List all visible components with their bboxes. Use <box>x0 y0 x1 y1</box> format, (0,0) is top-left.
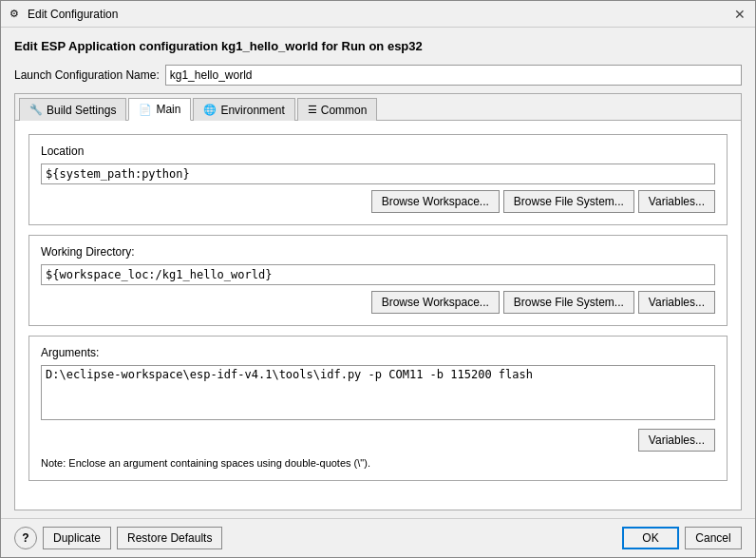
dialog-footer: ? Duplicate Restore Defaults OK Cancel <box>1 518 755 557</box>
location-variables-button[interactable]: Variables... <box>638 190 715 213</box>
working-directory-button-row: Browse Workspace... Browse File System..… <box>41 291 715 314</box>
tab-build-settings-label: Build Settings <box>47 104 116 117</box>
cancel-button[interactable]: Cancel <box>685 527 742 549</box>
location-browse-filesystem-button[interactable]: Browse File System... <box>503 190 634 213</box>
tab-environment[interactable]: 🌐 Environment <box>193 98 294 121</box>
tab-environment-label: Environment <box>220 104 284 117</box>
arguments-button-row: Variables... <box>41 429 715 452</box>
tab-common[interactable]: ☰ Common <box>297 98 378 121</box>
tab-content-main: Location Browse Workspace... Browse File… <box>15 121 741 510</box>
tabs-container: 🔧 Build Settings 📄 Main 🌐 Environment ☰ … <box>14 93 742 510</box>
arguments-textarea[interactable]: D:\eclipse-workspace\esp-idf-v4.1\tools\… <box>41 365 715 420</box>
common-icon: ☰ <box>308 104 317 116</box>
working-directory-variables-button[interactable]: Variables... <box>638 291 715 314</box>
arguments-scrollbar-area: D:\eclipse-workspace\esp-idf-v4.1\tools\… <box>41 365 715 423</box>
build-settings-icon: 🔧 <box>29 104 43 116</box>
dialog-icon: ⚙ <box>7 7 22 22</box>
launch-config-input[interactable] <box>165 65 742 86</box>
arguments-variables-button[interactable]: Variables... <box>638 429 715 452</box>
location-browse-workspace-button[interactable]: Browse Workspace... <box>371 190 500 213</box>
tab-main[interactable]: 📄 Main <box>128 98 191 121</box>
working-directory-label: Working Directory: <box>41 245 715 259</box>
tab-main-label: Main <box>156 103 180 116</box>
duplicate-button[interactable]: Duplicate <box>43 527 111 549</box>
main-icon: 📄 <box>139 104 152 116</box>
working-directory-input[interactable] <box>41 264 715 285</box>
title-bar-text: Edit Configuration <box>28 8 730 21</box>
launch-config-label: Launch Configuration Name: <box>14 68 160 82</box>
ok-button[interactable]: OK <box>622 527 679 549</box>
tab-build-settings[interactable]: 🔧 Build Settings <box>19 98 126 121</box>
tabs-header: 🔧 Build Settings 📄 Main 🌐 Environment ☰ … <box>15 94 741 121</box>
help-button[interactable]: ? <box>14 527 37 549</box>
location-input[interactable] <box>41 164 715 184</box>
arguments-section: Arguments: D:\eclipse-workspace\esp-idf-… <box>28 336 728 481</box>
launch-config-row: Launch Configuration Name: <box>14 65 742 86</box>
dialog-heading: Edit ESP Application configuration kg1_h… <box>14 39 742 53</box>
arguments-label: Arguments: <box>41 346 715 359</box>
working-directory-section: Working Directory: Browse Workspace... B… <box>28 235 728 326</box>
dialog-body: Edit ESP Application configuration kg1_h… <box>1 28 755 518</box>
close-button[interactable]: ✕ <box>730 5 749 24</box>
restore-defaults-button[interactable]: Restore Defaults <box>117 527 222 549</box>
arguments-note: Note: Enclose an argument containing spa… <box>41 457 715 469</box>
title-bar: ⚙ Edit Configuration ✕ <box>1 1 755 28</box>
edit-configuration-dialog: ⚙ Edit Configuration ✕ Edit ESP Applicat… <box>0 0 756 558</box>
environment-icon: 🌐 <box>203 104 217 116</box>
location-section: Location Browse Workspace... Browse File… <box>28 134 728 225</box>
footer-left: ? Duplicate Restore Defaults <box>14 527 222 549</box>
tab-common-label: Common <box>321 104 368 117</box>
location-button-row: Browse Workspace... Browse File System..… <box>41 190 715 213</box>
footer-right: OK Cancel <box>622 527 742 549</box>
location-label: Location <box>41 144 715 158</box>
working-directory-browse-workspace-button[interactable]: Browse Workspace... <box>371 291 500 314</box>
working-directory-browse-filesystem-button[interactable]: Browse File System... <box>503 291 634 314</box>
